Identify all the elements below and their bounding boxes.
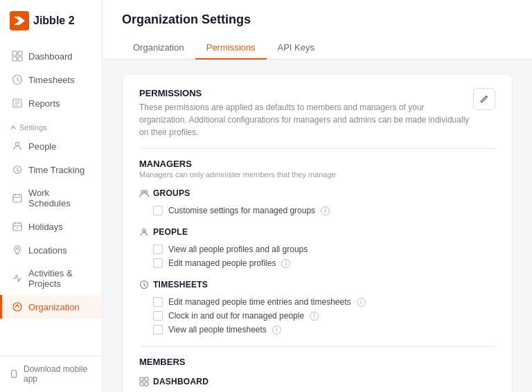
tabs: Organization Permissions API Keys [122, 37, 513, 59]
sidebar-item-work-schedules[interactable]: Work Schedules [0, 181, 102, 215]
sidebar-item-locations-label: Locations [28, 245, 67, 256]
svg-rect-3 [18, 51, 22, 55]
edit-button[interactable] [473, 88, 495, 110]
sidebar-item-people[interactable]: People [0, 134, 102, 158]
locations-icon [12, 244, 23, 256]
timesheets-info-icon-1[interactable]: i [310, 312, 319, 321]
timesheets-checkbox-1[interactable] [153, 311, 163, 321]
people-perm-label-0: View all people profiles and all groups [168, 244, 308, 254]
people-perm-label-1: Edit managed people profiles [168, 258, 276, 268]
people-checkbox-0[interactable] [153, 244, 163, 254]
download-mobile-label: Download mobile app [24, 364, 92, 384]
svg-rect-24 [140, 382, 143, 386]
svg-rect-11 [13, 223, 21, 231]
clock-icon [139, 280, 149, 289]
people-section: PEOPLE View all people profiles and all … [139, 227, 495, 270]
timesheets-perm-item-0: Edit managed people time entries and tim… [139, 295, 495, 309]
svg-point-18 [141, 190, 144, 193]
timesheets-checkbox-2[interactable] [153, 325, 163, 335]
svg-point-8 [16, 143, 19, 146]
mobile-icon [10, 369, 18, 379]
sidebar-item-organization-label: Organization [28, 302, 80, 312]
timesheets-title: TIMESHEETS [153, 280, 208, 289]
sidebar-item-people-label: People [28, 141, 56, 152]
sidebar-item-timesheets-label: Timesheets [28, 75, 75, 85]
svg-point-15 [17, 305, 18, 306]
groups-title: GROUPS [153, 188, 190, 198]
card-header: PERMISSIONS These permissions are applie… [139, 88, 495, 139]
sidebar-item-time-tracking-label: Time Tracking [28, 165, 85, 175]
people-info-icon-1[interactable]: i [281, 259, 290, 268]
sidebar-item-activities-projects[interactable]: Activities & Projects [0, 262, 102, 295]
dashboard-section: DASHBOARD View 'Who's In/Out' widget i [139, 377, 495, 392]
logo: Jibble 2 [0, 0, 102, 42]
jibble-logo-icon [10, 11, 29, 30]
timesheets-perm-item-2: View all people timesheets i [139, 323, 495, 337]
managers-title: MANAGERS [139, 159, 495, 169]
timesheets-icon [12, 74, 23, 85]
svg-rect-22 [140, 377, 143, 381]
svg-rect-5 [18, 57, 22, 61]
person-icon [139, 227, 149, 237]
members-section: MEMBERS DASHBOARD View 'Who's In/O [139, 346, 495, 392]
timesheets-perm-label-1: Clock in and out for managed people [168, 311, 304, 321]
people-icon [12, 141, 23, 152]
main-content: Organization Settings Organization Permi… [103, 0, 532, 392]
page-title: Organization Settings [122, 12, 513, 27]
permissions-desc: These permissions are applied as default… [139, 101, 473, 139]
sidebar-item-holidays[interactable]: Holidays [0, 215, 102, 238]
time-tracking-icon [12, 164, 23, 175]
sidebar-item-timesheets[interactable]: Timesheets [0, 68, 102, 91]
sidebar: Jibble 2 Dashboard Timesheets Report [0, 0, 103, 392]
svg-point-20 [143, 229, 145, 232]
sidebar-item-dashboard-label: Dashboard [28, 51, 73, 62]
groups-checkbox-0[interactable] [153, 206, 163, 215]
timesheets-info-icon-0[interactable]: i [357, 298, 366, 307]
divider-1 [139, 148, 495, 149]
groups-section: GROUPS Customise settings for managed gr… [139, 188, 495, 217]
pencil-icon [479, 94, 489, 104]
people-title: PEOPLE [153, 227, 188, 237]
sidebar-item-work-schedules-label: Work Schedules [28, 188, 92, 208]
permissions-title: PERMISSIONS [139, 88, 473, 98]
sidebar-item-holidays-label: Holidays [28, 222, 63, 232]
tab-api-keys[interactable]: API Keys [267, 37, 326, 60]
organization-icon [12, 301, 23, 312]
sidebar-item-reports[interactable]: Reports [0, 91, 102, 115]
settings-section-label: Settings [0, 115, 102, 134]
groups-icon [139, 188, 149, 198]
managers-section: MANAGERS Managers can only administer me… [139, 159, 495, 337]
chevron-up-icon [10, 124, 17, 131]
download-mobile-app[interactable]: Download mobile app [10, 364, 92, 384]
svg-point-17 [13, 376, 14, 377]
managers-subtitle: Managers can only administer members tha… [139, 170, 495, 179]
svg-rect-4 [12, 57, 17, 61]
people-perm-item-0: View all people profiles and all groups [139, 242, 495, 256]
svg-point-12 [17, 227, 18, 229]
sidebar-item-locations[interactable]: Locations [0, 238, 102, 262]
timesheets-info-icon-2[interactable]: i [272, 326, 281, 335]
people-checkbox-1[interactable] [153, 258, 163, 268]
sidebar-nav: Dashboard Timesheets Reports Settings [0, 42, 102, 355]
timesheets-section: TIMESHEETS Edit managed people time entr… [139, 280, 495, 337]
sidebar-item-organization[interactable]: Organization [0, 295, 102, 319]
tab-permissions[interactable]: Permissions [195, 37, 267, 60]
holidays-icon [12, 221, 23, 232]
tab-organization[interactable]: Organization [122, 37, 195, 60]
page-header: Organization Settings Organization Permi… [103, 0, 532, 60]
dashboard-perm-icon [139, 377, 149, 386]
groups-perm-item-0: Customise settings for managed groups i [139, 204, 495, 217]
svg-point-19 [145, 190, 148, 193]
brand-name: Jibble 2 [33, 15, 75, 27]
members-title: MEMBERS [139, 357, 495, 367]
svg-rect-10 [13, 195, 21, 202]
svg-rect-23 [145, 377, 148, 381]
groups-info-icon-0[interactable]: i [321, 206, 330, 215]
timesheets-perm-label-2: View all people timesheets [168, 325, 267, 335]
content-area: PERMISSIONS These permissions are applie… [103, 60, 532, 392]
sidebar-item-dashboard[interactable]: Dashboard [0, 44, 102, 68]
svg-point-14 [13, 303, 21, 311]
permissions-card: PERMISSIONS These permissions are applie… [122, 73, 513, 392]
timesheets-checkbox-0[interactable] [153, 297, 163, 307]
sidebar-item-time-tracking[interactable]: Time Tracking [0, 158, 102, 181]
